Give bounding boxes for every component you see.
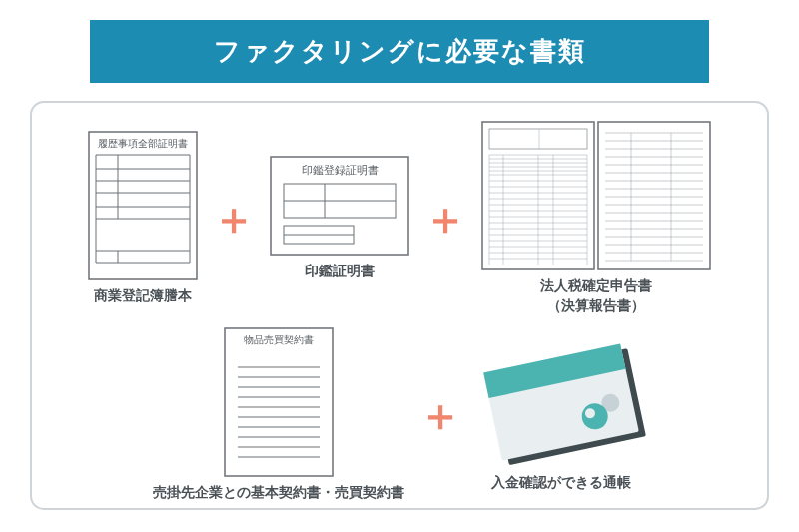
document-pair-icon: [481, 121, 711, 270]
row-1: 履歴事項全部証明書 商業登記簿謄本: [54, 121, 745, 315]
item-sales-contract: 物品売買契約書 売掛先企業との基本契約書・売買契約書: [153, 327, 404, 503]
plus-icon: ＋: [419, 197, 471, 241]
document-icon: 履歴事項全部証明書: [88, 131, 198, 280]
row-2: 物品売買契約書 売掛先企業との基本契約書・売買契約書 ＋: [54, 327, 745, 503]
item-commercial-register: 履歴事項全部証明書 商業登記簿謄本: [88, 131, 198, 306]
title-banner: ファクタリングに必要な書類: [90, 20, 709, 83]
documents-frame: 履歴事項全部証明書 商業登記簿謄本: [30, 101, 769, 510]
document-icon: 物品売買契約書: [224, 327, 334, 477]
caption-tax-return: 法人税確定申告書 （決算報告書）: [540, 276, 652, 315]
caption-sales-contract: 売掛先企業との基本契約書・売買契約書: [153, 483, 404, 503]
caption-bankbook: 入金確認ができる通帳: [491, 473, 631, 493]
caption-commercial-register: 商業登記簿謄本: [94, 286, 192, 306]
plus-icon: ＋: [208, 197, 260, 241]
plus-icon: ＋: [414, 393, 466, 437]
item-seal-certificate: 印鑑登録証明書 印鑑証明書: [270, 156, 409, 281]
bankbook-icon: [476, 337, 646, 467]
document-icon: 印鑑登録証明書: [270, 156, 409, 256]
caption-seal-certificate: 印鑑証明書: [305, 262, 375, 281]
caption-line2: （決算報告書）: [547, 297, 645, 313]
doc-header: 履歴事項全部証明書: [98, 138, 188, 149]
svg-rect-67: [225, 328, 333, 476]
doc-header: 物品売買契約書: [244, 334, 314, 345]
svg-rect-0: [89, 132, 197, 279]
title-text: ファクタリングに必要な書類: [214, 36, 586, 66]
svg-rect-47: [598, 122, 710, 269]
caption-line1: 法人税確定申告書: [540, 277, 652, 293]
item-bankbook: 入金確認ができる通帳: [476, 337, 646, 493]
item-tax-return: 法人税確定申告書 （決算報告書）: [481, 121, 711, 315]
doc-header: 印鑑登録証明書: [302, 164, 379, 176]
